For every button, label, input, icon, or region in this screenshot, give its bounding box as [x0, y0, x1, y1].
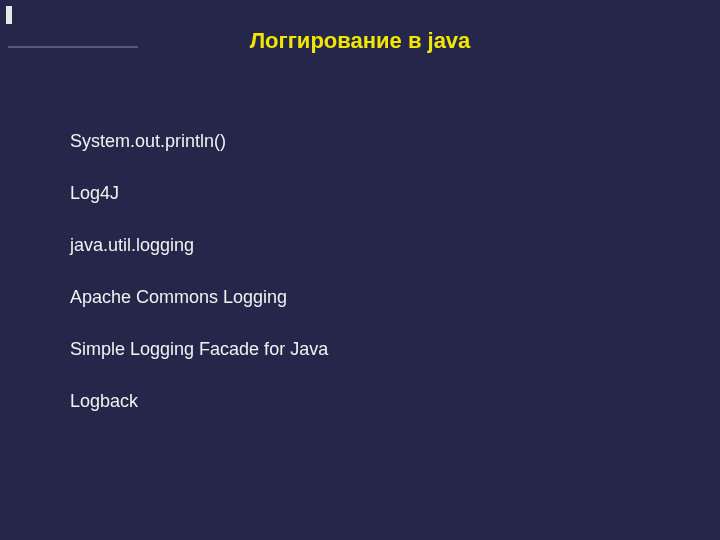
list-item: Simple Logging Facade for Java	[70, 338, 328, 360]
list-item: System.out.println()	[70, 130, 328, 152]
corner-decoration	[6, 6, 12, 24]
list-item: Apache Commons Logging	[70, 286, 328, 308]
slide-title: Логгирование в java	[0, 28, 720, 54]
list-item: Log4J	[70, 182, 328, 204]
list-item: Logback	[70, 390, 328, 412]
content-list: System.out.println() Log4J java.util.log…	[70, 130, 328, 442]
list-item: java.util.logging	[70, 234, 328, 256]
